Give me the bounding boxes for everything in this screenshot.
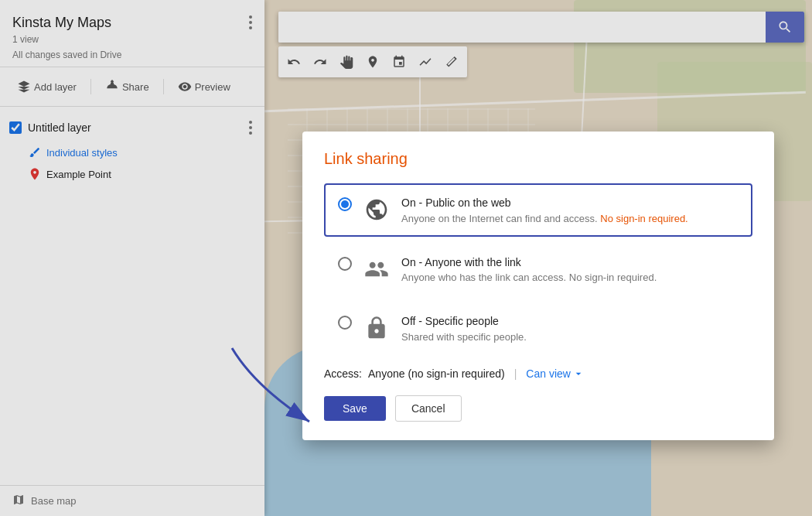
access-row: Access: Anyone (no sign-in required) | C… <box>324 367 752 380</box>
sharing-option-link[interactable]: On - Anyone with the link Anyone who has… <box>324 243 752 296</box>
link-option-title: On - Anyone with the link <box>401 255 739 271</box>
link-option-desc: Anyone who has the link can access. No s… <box>401 272 739 283</box>
radio-link[interactable] <box>338 257 352 271</box>
access-value: Anyone (no sign-in required) <box>368 367 505 380</box>
access-label: Access: <box>324 367 362 380</box>
link-option-content: On - Anyone with the link Anyone who has… <box>401 255 739 284</box>
specific-option-title: Off - Specific people <box>401 314 739 330</box>
specific-option-content: Off - Specific people Shared with specif… <box>401 314 739 343</box>
save-button[interactable]: Save <box>324 396 386 421</box>
dialog-title: Link sharing <box>324 150 752 168</box>
link-sharing-dialog: Link sharing On - Public on the web Anyo… <box>302 132 774 440</box>
link-icon <box>363 255 391 283</box>
dialog-actions: Save Cancel <box>324 395 752 422</box>
public-option-content: On - Public on the web Anyone on the Int… <box>401 196 739 224</box>
specific-option-desc: Shared with specific people. <box>401 331 739 343</box>
can-view-link[interactable]: Can view <box>526 367 585 380</box>
public-icon <box>363 196 391 224</box>
radio-public[interactable] <box>338 197 352 211</box>
cancel-button[interactable]: Cancel <box>395 395 462 422</box>
public-option-desc: Anyone on the Internet can find and acce… <box>401 213 739 224</box>
dialog-overlay: Link sharing On - Public on the web Anyo… <box>0 0 812 516</box>
specific-icon <box>363 314 391 342</box>
radio-specific[interactable] <box>338 316 352 330</box>
sharing-option-specific[interactable]: Off - Specific people Shared with specif… <box>324 302 752 355</box>
sharing-option-public[interactable]: On - Public on the web Anyone on the Int… <box>324 183 752 237</box>
public-option-title: On - Public on the web <box>401 196 739 211</box>
